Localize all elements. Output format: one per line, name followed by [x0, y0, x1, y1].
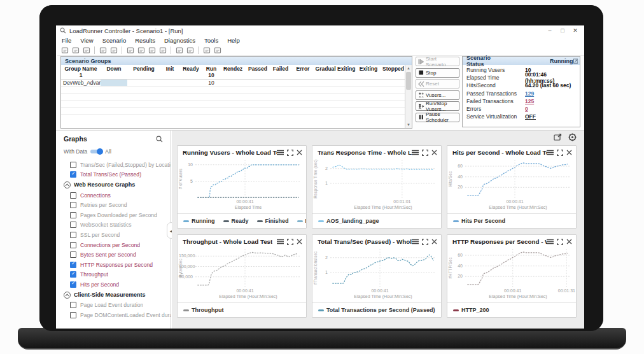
checkbox-unchecked[interactable] — [70, 192, 76, 199]
menu-icon[interactable] — [277, 150, 284, 155]
maximize-icon[interactable] — [287, 239, 293, 245]
toggle-knob[interactable] — [97, 148, 103, 155]
vuser-details-icon[interactable] — [174, 46, 184, 55]
undock-icon[interactable] — [573, 59, 578, 64]
scroll-up-icon[interactable]: ▲ — [405, 65, 412, 71]
graph-section-client-side-measurements[interactable]: Client-Side Measurements — [64, 290, 171, 301]
graph-item-pages-downloaded-per-second[interactable]: Pages Downloaded per Second — [64, 210, 171, 220]
graph-item-websocket-statistics[interactable]: WebSocket Statistics — [64, 220, 171, 230]
graph-section-web-resource-graphs[interactable]: Web Resource Graphs — [64, 180, 171, 190]
group-cell[interactable] — [246, 79, 270, 86]
online-graphs-icon[interactable] — [202, 46, 211, 55]
status-value[interactable]: 129 — [525, 90, 577, 97]
network-delay-icon[interactable] — [213, 46, 222, 55]
checkbox-unchecked[interactable] — [70, 232, 76, 238]
settings-gear-icon[interactable] — [568, 132, 577, 144]
column-header[interactable]: Failed — [270, 65, 291, 72]
menu-icon[interactable] — [412, 150, 419, 155]
checkbox-checked[interactable] — [70, 281, 76, 288]
column-header[interactable]: Group Name — [61, 65, 101, 72]
graph-item-ssl-per-second[interactable]: SSL per Second — [64, 230, 171, 240]
group-cell[interactable]: 10 — [202, 79, 220, 86]
graph-item-connections[interactable]: Connections — [64, 190, 171, 201]
graph-item-page-load-event-duration[interactable]: Page Load Event duration — [64, 300, 171, 310]
group-cell[interactable] — [356, 79, 381, 86]
analysis-icon[interactable] — [109, 46, 118, 55]
menu-icon[interactable] — [412, 239, 419, 244]
close-icon[interactable] — [297, 239, 302, 244]
chevron-up-icon[interactable] — [64, 292, 71, 299]
group-cell[interactable] — [179, 79, 202, 86]
group-cell[interactable] — [270, 79, 291, 86]
save-scenario-icon[interactable] — [81, 46, 91, 55]
status-value[interactable]: 125 — [525, 98, 577, 104]
graph-item-total-trans-sec-passed-[interactable]: Total Trans/Sec (Passed) — [64, 170, 171, 180]
checkbox-unchecked[interactable] — [70, 212, 76, 218]
checkbox-unchecked[interactable] — [70, 202, 76, 208]
open-scenario-icon[interactable] — [71, 46, 80, 55]
column-header[interactable]: Gradual Exiting — [314, 65, 356, 72]
status-value[interactable]: 0 — [525, 106, 577, 112]
graph-item-throughput[interactable]: Throughput — [64, 270, 171, 280]
group-cell[interactable] — [291, 79, 314, 86]
close-icon[interactable] — [297, 150, 302, 155]
close-icon[interactable] — [566, 239, 572, 244]
menu-file[interactable]: File — [57, 37, 76, 44]
graph-item-http-responses-per-second[interactable]: HTTP Responses per Second — [64, 260, 171, 270]
restore-icon[interactable]: □ — [556, 26, 569, 35]
menu-icon[interactable] — [547, 150, 554, 155]
maximize-icon[interactable] — [422, 150, 428, 156]
column-header[interactable]: Run — [202, 65, 220, 72]
column-header[interactable]: Error — [291, 65, 314, 72]
graph-item-trans-sec-failed-stopped-by-location[interactable]: Trans/Sec (Failed,Stopped) by Location — [64, 160, 171, 170]
graph-item-bytes-sent-per-second[interactable]: Bytes Sent per Second — [64, 250, 171, 260]
close-icon[interactable] — [566, 150, 572, 155]
column-header[interactable]: Rendez — [220, 65, 246, 72]
menu-icon[interactable] — [547, 239, 554, 244]
column-header[interactable]: Exiting — [356, 65, 381, 72]
scroll-thumb[interactable] — [406, 72, 411, 90]
search-icon[interactable] — [156, 136, 163, 143]
results-icon[interactable] — [98, 46, 108, 55]
graph-filter-toggle[interactable]: With Data All — [64, 148, 171, 155]
group-cell[interactable] — [160, 79, 179, 86]
graph-item-connections-per-second[interactable]: Connections per Second — [64, 240, 171, 250]
reset-button[interactable]: Reset — [416, 79, 459, 88]
gradual-stop-vusers-icon[interactable] — [147, 46, 157, 55]
graph-item-page-domcontentloaded-event-duration[interactable]: Page DOMContentLoaded Event duration — [64, 310, 171, 320]
menu-view[interactable]: View — [76, 37, 97, 44]
group-row[interactable]: DevWeb_Advantag10 — [61, 79, 406, 86]
menu-tools[interactable]: Tools — [200, 37, 223, 44]
menu-icon[interactable] — [277, 239, 284, 244]
graph-item-hits-per-second[interactable]: Hits per Second — [64, 280, 171, 290]
group-cell[interactable]: DevWeb_Advantag — [61, 79, 101, 86]
group-cell[interactable] — [220, 79, 246, 86]
group-cell[interactable] — [101, 79, 127, 86]
run-vusers-icon[interactable] — [136, 46, 146, 55]
close-icon[interactable] — [431, 150, 437, 155]
menu-help[interactable]: Help — [223, 37, 244, 44]
checkbox-unchecked[interactable] — [70, 251, 76, 258]
group-cell[interactable] — [127, 79, 160, 86]
maximize-icon[interactable] — [557, 239, 563, 245]
connect-icon[interactable] — [60, 46, 69, 55]
maximize-icon[interactable] — [422, 239, 428, 245]
column-header[interactable]: Passed — [246, 65, 270, 72]
checkbox-checked[interactable] — [70, 171, 76, 178]
checkbox-unchecked[interactable] — [70, 302, 76, 308]
toggle-track[interactable] — [90, 150, 102, 153]
vusers-button[interactable]: Vusers... — [416, 90, 459, 100]
maximize-icon[interactable] — [557, 150, 563, 156]
column-header[interactable]: Ready — [179, 65, 202, 72]
init-vusers-icon[interactable] — [125, 46, 135, 55]
column-header[interactable]: Stopped — [381, 65, 406, 72]
chevron-up-icon[interactable] — [64, 181, 71, 188]
pause-scheduler-button[interactable]: Pause Scheduler — [416, 113, 459, 122]
checkbox-unchecked[interactable] — [70, 162, 76, 168]
start-scenario-button[interactable]: Start Scenario — [416, 57, 459, 66]
checkbox-unchecked[interactable] — [70, 312, 76, 318]
stop-button[interactable]: Stop — [416, 68, 459, 78]
output-window-icon[interactable] — [185, 46, 195, 55]
scroll-down-icon[interactable]: ▼ — [405, 122, 412, 128]
checkbox-unchecked[interactable] — [70, 222, 76, 228]
